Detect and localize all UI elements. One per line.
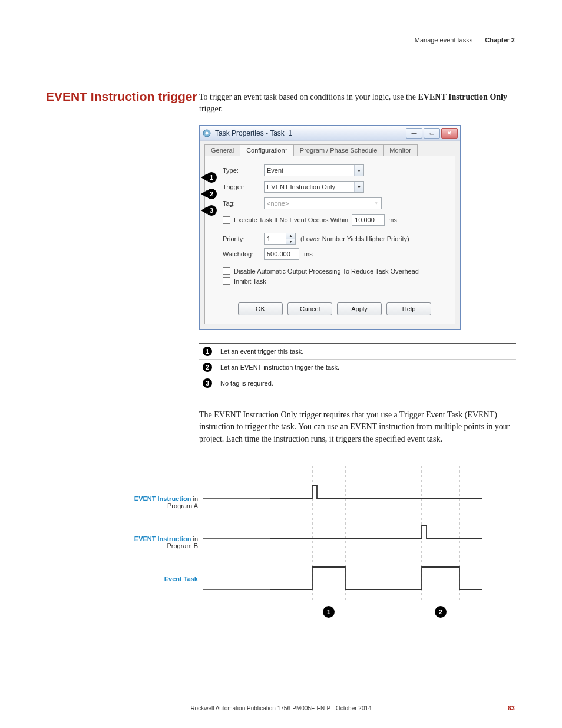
disable-output-row: Disable Automatic Output Processing To R… xyxy=(223,267,447,275)
priority-spinner[interactable]: 1 ▲ ▼ xyxy=(264,233,296,245)
watchdog-unit: ms xyxy=(304,251,313,258)
type-dropdown[interactable]: Event ▼ xyxy=(264,164,364,176)
task-properties-dialog: Task Properties - Task_1 — ▭ ✕ General C… xyxy=(199,125,461,330)
inhibit-checkbox[interactable] xyxy=(223,277,230,285)
dialog-button-row: OK Cancel Apply Help xyxy=(223,295,447,318)
callout-legend: 1 Let an event trigger this task. 2 Let … xyxy=(199,343,516,391)
tab-program-phase[interactable]: Program / Phase Schedule xyxy=(293,144,384,156)
label-prefix: EVENT Instruction xyxy=(134,495,191,502)
intro-prefix: To trigger an event task based on condit… xyxy=(199,93,418,101)
label-text: Event Task xyxy=(164,575,198,582)
watchdog-value: 500.000 xyxy=(267,251,290,258)
timing-diagram: EVENT Instruction in Program A EVENT Ins… xyxy=(199,466,491,631)
chevron-down-icon: ▾ xyxy=(372,198,381,209)
running-header: Manage event tasks Chapter 2 xyxy=(415,37,515,44)
execute-timeout-unit: ms xyxy=(388,216,397,223)
chevron-down-icon: ▼ xyxy=(354,165,363,176)
legend-text: No tag is required. xyxy=(220,380,273,387)
dialog-icon xyxy=(202,129,211,138)
tag-row: Tag: <none> ▾ xyxy=(223,197,447,209)
watchdog-label: Watchdog: xyxy=(223,251,264,258)
callout-3: 3 xyxy=(201,205,220,216)
legend-row: 2 Let an EVENT instruction trigger the t… xyxy=(199,360,516,375)
execute-checkbox-label: Execute Task If No Event Occurs Within xyxy=(234,216,348,223)
spinner-up-icon[interactable]: ▲ xyxy=(286,233,295,239)
inhibit-row: Inhibit Task xyxy=(223,277,447,285)
timing-label-event-task: Event Task xyxy=(110,575,198,582)
intro-paragraph: To trigger an event task based on condit… xyxy=(199,91,515,114)
type-row: Type: Event ▼ xyxy=(223,164,447,176)
callout-1: 1 xyxy=(201,172,220,183)
callout-number: 1 xyxy=(206,172,217,183)
tag-value: <none> xyxy=(267,200,289,207)
chevron-down-icon: ▼ xyxy=(354,182,363,192)
cancel-button[interactable]: Cancel xyxy=(287,302,332,315)
watchdog-row: Watchdog: 500.000 ms xyxy=(223,248,447,260)
spinner-buttons: ▲ ▼ xyxy=(286,233,295,244)
legend-number-icon: 2 xyxy=(203,363,212,372)
timing-svg xyxy=(199,466,491,631)
trigger-label: Trigger: xyxy=(223,183,264,190)
execute-checkbox[interactable] xyxy=(223,216,230,224)
priority-row: Priority: 1 ▲ ▼ (Lower Number Yields Hig… xyxy=(223,233,447,245)
page-number: 63 xyxy=(508,704,515,711)
header-chapter: Chapter 2 xyxy=(485,37,515,44)
disable-output-label: Disable Automatic Output Processing To R… xyxy=(234,268,419,275)
timing-marker-1: 1 xyxy=(323,606,335,618)
help-button[interactable]: Help xyxy=(386,302,431,315)
dialog-tabs: General Configuration* Program / Phase S… xyxy=(200,141,460,156)
close-button[interactable]: ✕ xyxy=(441,128,458,139)
legend-row: 1 Let an event trigger this task. xyxy=(199,344,516,360)
watchdog-input[interactable]: 500.000 xyxy=(264,248,299,260)
ok-button[interactable]: OK xyxy=(238,302,283,315)
svg-point-1 xyxy=(206,131,209,134)
trigger-row: Trigger: EVENT Instruction Only ▼ xyxy=(223,181,447,193)
dialog-body: Type: Event ▼ Trigger: EVENT Instruction… xyxy=(204,156,455,324)
header-section: Manage event tasks xyxy=(415,37,472,44)
execute-timeout-input[interactable]: 10.000 xyxy=(352,214,385,226)
priority-hint: (Lower Number Yields Higher Priority) xyxy=(300,235,409,242)
dialog-titlebar: Task Properties - Task_1 — ▭ ✕ xyxy=(200,126,460,141)
legend-text: Let an event trigger this task. xyxy=(220,348,303,355)
priority-value: 1 xyxy=(267,235,270,242)
label-prefix: EVENT Instruction xyxy=(134,535,191,542)
header-rule xyxy=(46,50,516,50)
legend-number-icon: 3 xyxy=(203,378,212,388)
execute-checkbox-row: Execute Task If No Event Occurs Within 1… xyxy=(223,214,447,226)
priority-label: Priority: xyxy=(223,235,264,242)
legend-number-icon: 1 xyxy=(203,347,212,356)
execute-timeout-value: 10.000 xyxy=(355,216,375,223)
maximize-button[interactable]: ▭ xyxy=(424,128,440,139)
tag-dropdown[interactable]: <none> ▾ xyxy=(264,197,382,209)
trigger-value: EVENT Instruction Only xyxy=(267,183,335,190)
type-value: Event xyxy=(267,167,283,174)
section-heading: EVENT Instruction trigger xyxy=(46,90,197,104)
intro-bold: EVENT Instruction Only xyxy=(418,93,507,101)
timing-label-program-a: EVENT Instruction in Program A xyxy=(110,495,198,509)
tab-general[interactable]: General xyxy=(204,144,240,156)
tab-configuration[interactable]: Configuration* xyxy=(240,144,294,156)
paragraph-event-only: The EVENT Instruction Only trigger requi… xyxy=(199,409,515,445)
tag-label: Tag: xyxy=(223,200,264,207)
disable-output-checkbox[interactable] xyxy=(223,267,230,275)
timing-marker-2: 2 xyxy=(435,606,447,618)
inhibit-label: Inhibit Task xyxy=(234,278,266,285)
intro-suffix: trigger. xyxy=(199,104,223,113)
callout-number: 2 xyxy=(206,189,217,199)
minimize-button[interactable]: — xyxy=(406,128,422,139)
legend-row: 3 No tag is required. xyxy=(199,375,516,391)
callout-number: 3 xyxy=(206,205,217,216)
spinner-down-icon[interactable]: ▼ xyxy=(286,239,295,245)
legend-text: Let an EVENT instruction trigger the tas… xyxy=(220,364,339,371)
apply-button[interactable]: Apply xyxy=(337,302,382,315)
tab-monitor[interactable]: Monitor xyxy=(383,144,418,156)
type-label: Type: xyxy=(223,167,264,174)
trigger-dropdown[interactable]: EVENT Instruction Only ▼ xyxy=(264,181,364,193)
timing-label-program-b: EVENT Instruction in Program B xyxy=(110,535,198,549)
footer-publication: Rockwell Automation Publication 1756-PM0… xyxy=(0,705,562,711)
window-buttons: — ▭ ✕ xyxy=(406,128,458,139)
dialog-title: Task Properties - Task_1 xyxy=(215,129,406,137)
callout-2: 2 xyxy=(201,188,220,200)
